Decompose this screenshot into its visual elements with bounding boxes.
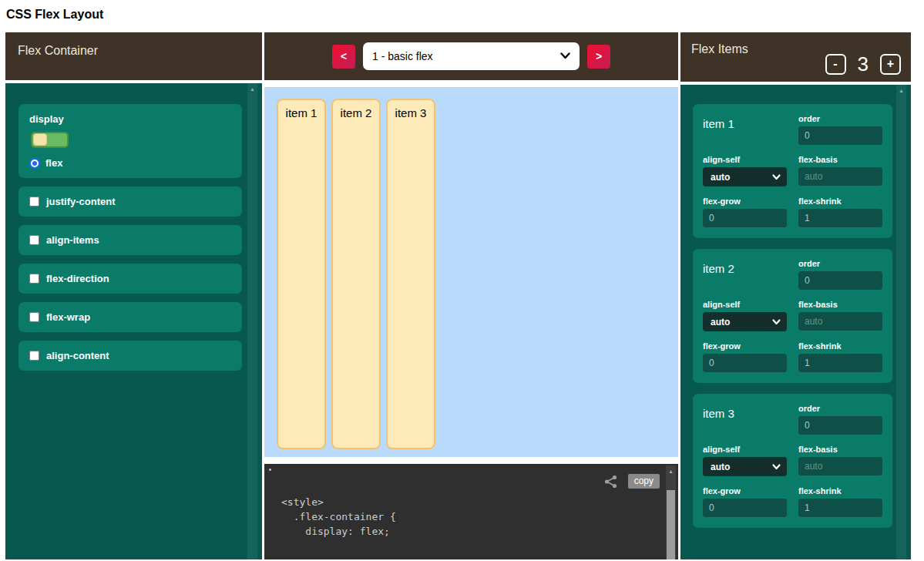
flex-direction-label: flex-direction [46, 273, 109, 284]
item-1-align-self-select[interactable]: auto [703, 167, 787, 186]
preset-select[interactable]: 1 - basic flex [363, 42, 580, 70]
next-preset-button[interactable]: > [587, 45, 610, 69]
item-2-flex-shrink-input[interactable] [798, 354, 882, 372]
justify-content-label: justify-content [46, 196, 116, 207]
justify-content-checkbox[interactable] [29, 197, 39, 207]
item-2-card: item 2 order align-self auto flex-basis [693, 249, 892, 383]
item-2-order-input[interactable] [798, 271, 882, 290]
code-panel: copy <style> .flex-container { display: … [264, 464, 678, 559]
add-item-button[interactable]: + [880, 54, 901, 75]
item-1-order-input[interactable] [798, 126, 882, 145]
align-self-label: align-self [703, 155, 787, 164]
align-self-label: align-self [703, 300, 787, 309]
align-content-label: align-content [46, 350, 109, 361]
left-panel-scrollbar[interactable]: ▲ [247, 83, 257, 559]
item-1-flex-grow-input[interactable] [703, 209, 787, 227]
scroll-up-icon[interactable]: ▲ [247, 86, 257, 92]
scroll-up-icon[interactable]: ▲ [666, 469, 676, 474]
item-1-title: item 1 [703, 114, 787, 145]
flex-radio[interactable] [29, 158, 40, 169]
demo-item-1: item 1 [277, 99, 326, 449]
flex-radio-label: flex [45, 157, 62, 169]
item-3-order-input[interactable] [798, 416, 882, 435]
scrollbar-thumb[interactable] [667, 490, 675, 559]
align-items-checkbox[interactable] [29, 235, 39, 245]
right-panel-scrollbar[interactable]: ▲ [896, 85, 906, 559]
justify-content-card: justify-content [18, 186, 242, 217]
preset-bar: < 1 - basic flex > [264, 32, 678, 80]
copy-button[interactable]: copy [628, 474, 660, 489]
display-toggle[interactable] [31, 132, 69, 148]
flex-grow-label: flex-grow [703, 486, 787, 495]
align-content-checkbox[interactable] [29, 351, 39, 361]
flex-shrink-label: flex-shrink [798, 197, 882, 206]
align-self-label: align-self [703, 445, 787, 454]
css-code: <style> .flex-container { display: flex; [281, 495, 396, 539]
align-content-card: align-content [18, 341, 242, 371]
item-2-flex-grow-input[interactable] [703, 354, 787, 372]
code-dot-icon [269, 469, 271, 471]
order-label: order [798, 404, 882, 413]
item-3-flex-grow-input[interactable] [703, 499, 787, 517]
flex-demo-container: item 1 item 2 item 3 [264, 87, 678, 457]
flex-container-panel: Flex Container display flex justify-cont… [5, 32, 262, 559]
demo-item-3: item 3 [386, 99, 435, 449]
flex-shrink-label: flex-shrink [798, 486, 882, 495]
preview-column: < 1 - basic flex > item 1 item 2 item 3 … [264, 32, 678, 559]
page-title: CSS Flex Layout [6, 8, 103, 22]
remove-item-button[interactable]: - [825, 54, 846, 75]
flex-basis-label: flex-basis [798, 445, 882, 454]
item-2-title: item 2 [703, 259, 787, 290]
flex-basis-label: flex-basis [798, 300, 882, 309]
radio-dot-icon [32, 161, 37, 166]
item-2-flex-basis-input[interactable] [798, 312, 882, 331]
prev-preset-button[interactable]: < [332, 45, 355, 69]
item-count: 3 [858, 52, 869, 76]
item-3-flex-shrink-input[interactable] [798, 499, 882, 517]
flex-wrap-checkbox[interactable] [29, 312, 39, 322]
order-label: order [798, 259, 882, 268]
align-items-label: align-items [46, 234, 99, 246]
flex-basis-label: flex-basis [798, 155, 882, 164]
flex-container-header: Flex Container [5, 32, 262, 80]
display-card: display flex [18, 104, 242, 178]
scroll-up-icon[interactable]: ▲ [896, 88, 906, 93]
flex-wrap-card: flex-wrap [18, 302, 242, 332]
flex-items-body: item 1 order align-self auto flex-basis [680, 85, 911, 559]
code-scrollbar[interactable]: ▲ [666, 465, 676, 559]
item-3-align-self-select[interactable]: auto [703, 457, 787, 476]
item-1-flex-basis-input[interactable] [798, 167, 882, 186]
share-icon[interactable] [604, 475, 618, 489]
flex-items-header: Flex Items - 3 + [680, 32, 911, 82]
order-label: order [798, 114, 882, 123]
flex-container-body: display flex justify-content align [5, 83, 262, 559]
flex-shrink-label: flex-shrink [798, 341, 882, 351]
flex-direction-card: flex-direction [18, 264, 242, 294]
item-1-card: item 1 order align-self auto flex-basis [693, 104, 892, 238]
item-2-align-self-select[interactable]: auto [703, 312, 787, 331]
flex-grow-label: flex-grow [703, 341, 787, 351]
flex-direction-checkbox[interactable] [29, 274, 39, 284]
flex-wrap-label: flex-wrap [46, 311, 90, 323]
flex-container-title: Flex Container [18, 44, 98, 57]
toggle-knob-icon [33, 133, 47, 146]
demo-item-2: item 2 [331, 99, 381, 449]
app-layout: Flex Container display flex justify-cont… [5, 32, 911, 559]
flex-items-panel: Flex Items - 3 + item 1 order align-self [680, 32, 911, 559]
item-3-title: item 3 [703, 404, 787, 435]
align-items-card: align-items [18, 225, 242, 255]
flex-grow-label: flex-grow [703, 197, 787, 206]
item-3-flex-basis-input[interactable] [798, 457, 882, 475]
item-1-flex-shrink-input[interactable] [798, 209, 882, 227]
display-label: display [29, 113, 231, 125]
item-3-card: item 3 order align-self auto flex-basis [693, 394, 892, 528]
